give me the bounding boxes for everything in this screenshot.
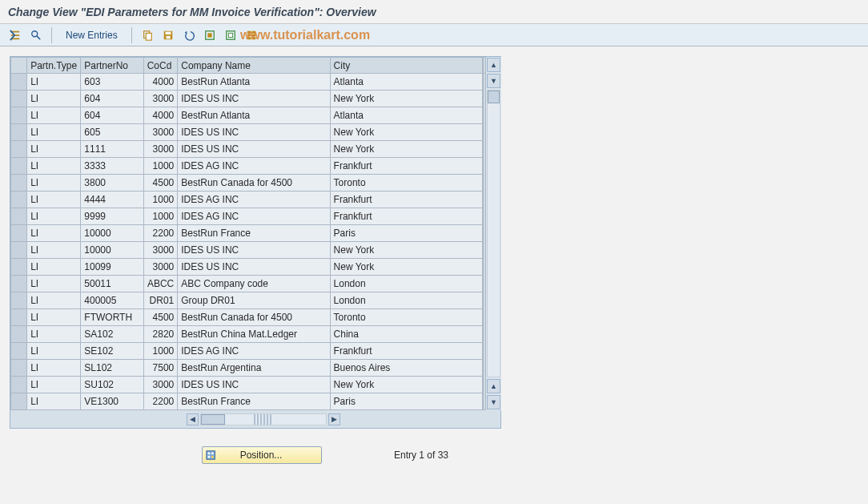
- cell-city[interactable]: Frankfurt: [330, 208, 482, 225]
- col-company-name[interactable]: Company Name: [178, 58, 330, 74]
- cell-city[interactable]: New York: [330, 259, 482, 276]
- cell-cocd[interactable]: 4000: [143, 107, 178, 124]
- cell-partner-no[interactable]: 605: [81, 124, 143, 141]
- row-selector[interactable]: [11, 141, 27, 158]
- hscroll-track[interactable]: [200, 413, 327, 425]
- cell-partn-type[interactable]: LI: [27, 309, 81, 326]
- cell-partn-type[interactable]: LI: [27, 242, 81, 259]
- cell-cocd[interactable]: 3000: [143, 259, 178, 276]
- position-button[interactable]: Position...: [202, 446, 322, 464]
- horizontal-scrollbar[interactable]: ◀ ▶: [10, 410, 500, 428]
- cell-partner-no[interactable]: 9999: [81, 208, 143, 225]
- cell-city[interactable]: Frankfurt: [330, 192, 482, 208]
- table-row[interactable]: LI11113000IDES US INCNew York: [11, 141, 483, 158]
- cell-company-name[interactable]: BestRun France: [178, 225, 330, 242]
- cell-company-name[interactable]: IDES US INC: [178, 124, 330, 141]
- select-all-button[interactable]: [201, 27, 219, 43]
- table-row[interactable]: LI50011ABCCABC Company codeLondon: [11, 276, 483, 292]
- cell-partn-type[interactable]: LI: [27, 326, 81, 343]
- table-row[interactable]: LI6044000BestRun AtlantaAtlanta: [11, 107, 483, 124]
- table-row[interactable]: LI6053000IDES US INCNew York: [11, 124, 483, 141]
- row-selector[interactable]: [11, 208, 27, 225]
- cell-partn-type[interactable]: LI: [27, 74, 81, 91]
- table-row[interactable]: LI6043000IDES US INCNew York: [11, 91, 483, 107]
- cell-company-name[interactable]: BestRun Canada for 4500: [178, 175, 330, 192]
- cell-city[interactable]: London: [330, 292, 482, 309]
- cell-partn-type[interactable]: LI: [27, 158, 81, 175]
- cell-company-name[interactable]: IDES US INC: [178, 377, 330, 393]
- cell-cocd[interactable]: ABCC: [143, 276, 178, 292]
- cell-cocd[interactable]: 3000: [143, 141, 178, 158]
- table-row[interactable]: LI100002200BestRun FranceParis: [11, 225, 483, 242]
- cell-cocd[interactable]: 4000: [143, 74, 178, 91]
- cell-partner-no[interactable]: 604: [81, 91, 143, 107]
- cell-company-name[interactable]: IDES AG INC: [178, 192, 330, 208]
- row-selector[interactable]: [11, 343, 27, 360]
- vertical-scrollbar[interactable]: ▲ ▼ ▲ ▼: [485, 57, 501, 410]
- cell-cocd[interactable]: 3000: [143, 91, 178, 107]
- cell-cocd[interactable]: 3000: [143, 242, 178, 259]
- cell-company-name[interactable]: BestRun Atlanta: [178, 74, 330, 91]
- row-selector[interactable]: [11, 360, 27, 377]
- cell-city[interactable]: Toronto: [330, 175, 482, 192]
- row-selector[interactable]: [11, 276, 27, 292]
- copy-button[interactable]: [139, 27, 156, 43]
- cell-city[interactable]: London: [330, 276, 482, 292]
- cell-cocd[interactable]: 3000: [143, 124, 178, 141]
- cell-city[interactable]: New York: [330, 242, 482, 259]
- cell-city[interactable]: Atlanta: [330, 74, 482, 91]
- cell-cocd[interactable]: 1000: [143, 208, 178, 225]
- row-selector[interactable]: [11, 225, 27, 242]
- scroll-down-button[interactable]: ▼: [487, 74, 500, 88]
- table-row[interactable]: LI44441000IDES AG INCFrankfurt: [11, 192, 483, 208]
- row-selector[interactable]: [11, 175, 27, 192]
- toggle-view-button[interactable]: [6, 27, 24, 43]
- cell-cocd[interactable]: 1000: [143, 158, 178, 175]
- table-row[interactable]: LIFTWORTH4500BestRun Canada for 4500Toro…: [11, 309, 483, 326]
- save-button[interactable]: [159, 27, 177, 43]
- cell-cocd[interactable]: 7500: [143, 360, 178, 377]
- col-city[interactable]: City: [330, 58, 482, 74]
- cell-city[interactable]: Atlanta: [330, 107, 482, 124]
- deselect-all-button[interactable]: [222, 27, 239, 43]
- table-row[interactable]: LI100003000IDES US INCNew York: [11, 242, 483, 259]
- cell-city[interactable]: Paris: [330, 225, 482, 242]
- cell-company-name[interactable]: ABC Company code: [178, 276, 330, 292]
- cell-cocd[interactable]: 2820: [143, 326, 178, 343]
- find-button[interactable]: [27, 27, 45, 43]
- scroll-left-button[interactable]: ◀: [187, 413, 199, 425]
- cell-partn-type[interactable]: LI: [27, 292, 81, 309]
- table-row[interactable]: LISE1021000IDES AG INCFrankfurt: [11, 343, 483, 360]
- cell-partn-type[interactable]: LI: [27, 107, 81, 124]
- cell-company-name[interactable]: BestRun Canada for 4500: [178, 309, 330, 326]
- cell-partner-no[interactable]: 400005: [81, 292, 143, 309]
- scroll-track[interactable]: [487, 90, 500, 377]
- cell-partner-no[interactable]: 10000: [81, 225, 143, 242]
- row-selector[interactable]: [11, 74, 27, 91]
- cell-city[interactable]: Toronto: [330, 309, 482, 326]
- cell-partn-type[interactable]: LI: [27, 276, 81, 292]
- data-grid[interactable]: Partn.Type PartnerNo CoCd Company Name C…: [10, 57, 483, 410]
- cell-partn-type[interactable]: LI: [27, 225, 81, 242]
- table-row[interactable]: LIVE13002200BestRun FranceParis: [11, 393, 483, 410]
- table-row[interactable]: LISU1023000IDES US INCNew York: [11, 377, 483, 393]
- cell-city[interactable]: Buenos Aires: [330, 360, 482, 377]
- row-selector[interactable]: [11, 192, 27, 208]
- cell-partn-type[interactable]: LI: [27, 343, 81, 360]
- hscroll-thumb[interactable]: [201, 414, 225, 425]
- table-row[interactable]: LI6034000BestRun AtlantaAtlanta: [11, 74, 483, 91]
- row-select-header[interactable]: [11, 58, 27, 74]
- cell-partner-no[interactable]: SA102: [81, 326, 143, 343]
- cell-partner-no[interactable]: 50011: [81, 276, 143, 292]
- cell-partner-no[interactable]: SU102: [81, 377, 143, 393]
- cell-city[interactable]: Paris: [330, 393, 482, 410]
- row-selector[interactable]: [11, 393, 27, 410]
- cell-cocd[interactable]: 1000: [143, 192, 178, 208]
- row-selector[interactable]: [11, 91, 27, 107]
- row-selector[interactable]: [11, 377, 27, 393]
- cell-partn-type[interactable]: LI: [27, 360, 81, 377]
- cell-cocd[interactable]: 4500: [143, 175, 178, 192]
- scroll-up-button[interactable]: ▲: [487, 58, 500, 72]
- scroll-up-button-2[interactable]: ▲: [487, 379, 500, 393]
- cell-partner-no[interactable]: 3333: [81, 158, 143, 175]
